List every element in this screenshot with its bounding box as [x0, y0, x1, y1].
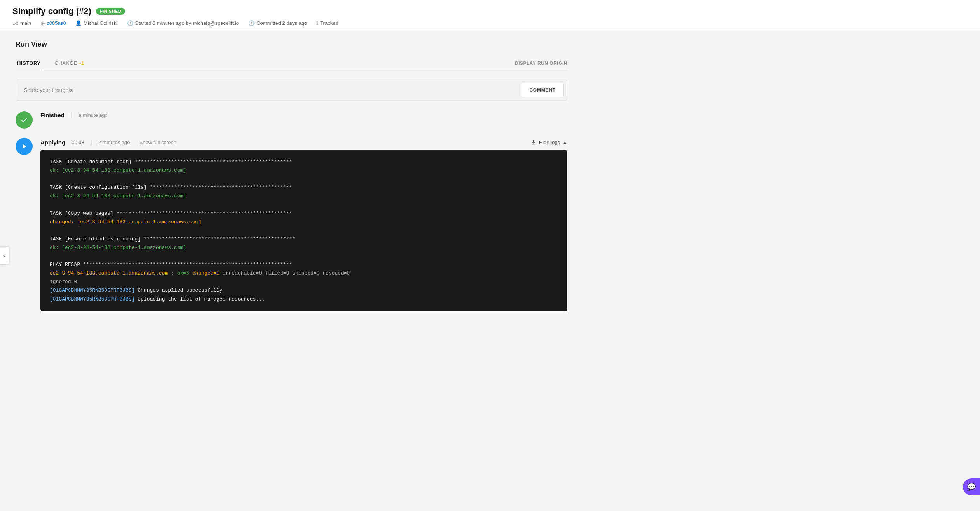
- log-line: TASK [Create configuration file] *******…: [50, 183, 558, 192]
- author-name: Michał Goliński: [84, 20, 117, 26]
- log-line: [50, 175, 558, 183]
- change-badge: ~1: [78, 60, 84, 66]
- log-terminal: TASK [Create document root] ************…: [40, 150, 567, 311]
- committed-text: Committed 2 days ago: [256, 20, 307, 26]
- branch-icon: ⎇: [12, 20, 18, 26]
- page-header: Simplify config (#2) FINISHED ⎇ main ◉ c…: [0, 0, 980, 31]
- finished-label: Finished: [40, 112, 65, 118]
- author-icon: 👤: [75, 20, 82, 26]
- started-text: Started 3 minutes ago by michalg@spaceli…: [135, 20, 239, 26]
- log-line: [50, 252, 558, 261]
- log-line: [50, 200, 558, 209]
- header-meta: ⎇ main ◉ c085aa0 👤 Michał Goliński 🕐 Sta…: [12, 20, 968, 31]
- commit-meta[interactable]: ◉ c085aa0: [40, 20, 66, 26]
- author-meta: 👤 Michał Goliński: [75, 20, 117, 26]
- log-line: TASK [Ensure httpd is running] *********…: [50, 235, 558, 243]
- log-line: ok: [ec2-3-94-54-183.compute-1.amazonaws…: [50, 192, 558, 200]
- chevron-up-icon: ▲: [562, 139, 567, 145]
- applying-duration: 00:38: [71, 139, 84, 145]
- commit-link[interactable]: c085aa0: [47, 20, 66, 26]
- clock-icon: 🕐: [127, 20, 133, 26]
- log-recap-line: ec2-3-94-54-183.compute-1.amazonaws.com …: [50, 269, 558, 278]
- display-run-origin-btn[interactable]: DISPLAY RUN ORIGIN: [515, 61, 567, 66]
- log-line: ok: [ec2-3-94-54-183.compute-1.amazonaws…: [50, 166, 558, 175]
- tab-change[interactable]: CHANGE~1: [53, 56, 86, 70]
- checkmark-icon: [20, 116, 28, 124]
- tabs-bar: HISTORY CHANGE~1 DISPLAY RUN ORIGIN: [16, 56, 567, 70]
- show-fullscreen-button[interactable]: Show full screen: [136, 138, 180, 147]
- committed-icon: 🕐: [248, 20, 255, 26]
- comment-box: COMMENT: [16, 80, 567, 101]
- log-line: ignored=0: [50, 278, 558, 286]
- log-line: TASK [Copy web pages] ******************…: [50, 209, 558, 218]
- applying-header: Applying 00:38 | 2 minutes ago Show full…: [40, 138, 567, 147]
- finished-icon: [16, 111, 33, 129]
- header-top: Simplify config (#2) FINISHED: [12, 6, 968, 16]
- applying-time: 2 minutes ago: [98, 139, 130, 145]
- finished-header: Finished | a minute ago: [40, 111, 567, 118]
- finished-content: Finished | a minute ago: [40, 111, 567, 122]
- comment-input[interactable]: [16, 80, 518, 100]
- hide-logs-button[interactable]: Hide logs ▲: [530, 139, 567, 146]
- sidebar-toggle-button[interactable]: ‹: [0, 246, 9, 265]
- tracked-meta: ℹ Tracked: [316, 20, 338, 26]
- log-line: PLAY RECAP *****************************…: [50, 261, 558, 269]
- tracked-text: Tracked: [320, 20, 338, 26]
- log-line: TASK [Create document root] ************…: [50, 158, 558, 166]
- tab-history[interactable]: HISTORY: [16, 56, 42, 70]
- branch-name: main: [20, 20, 31, 26]
- page-title: Simplify config (#2): [12, 6, 91, 16]
- log-line: [01GAPCBNNWY35RNB5D0PRF3JBS] Changes app…: [50, 286, 558, 295]
- download-icon: [530, 139, 537, 146]
- finished-time: a minute ago: [78, 112, 108, 118]
- main-content: Run View HISTORY CHANGE~1 DISPLAY RUN OR…: [0, 31, 583, 330]
- log-line: [01GAPCBNNWY35RNB5D0PRF3JBS] Uploading t…: [50, 295, 558, 304]
- timeline-item-applying: Applying 00:38 | 2 minutes ago Show full…: [16, 138, 567, 311]
- comment-button[interactable]: COMMENT: [521, 83, 564, 97]
- applying-content: Applying 00:38 | 2 minutes ago Show full…: [40, 138, 567, 311]
- applying-label: Applying: [40, 139, 65, 146]
- log-line: changed: [ec2-3-94-54-183.compute-1.amaz…: [50, 218, 558, 226]
- play-icon: [20, 143, 28, 150]
- run-view-title: Run View: [16, 40, 567, 49]
- timeline-item-finished: Finished | a minute ago: [16, 111, 567, 129]
- commit-icon: ◉: [40, 20, 45, 26]
- applying-icon: [16, 138, 33, 155]
- committed-meta: 🕐 Committed 2 days ago: [248, 20, 307, 26]
- status-badge: FINISHED: [96, 8, 125, 15]
- started-meta: 🕐 Started 3 minutes ago by michalg@space…: [127, 20, 239, 26]
- log-line: ok: [ec2-3-94-54-183.compute-1.amazonaws…: [50, 243, 558, 252]
- log-line: [50, 226, 558, 235]
- tracked-icon: ℹ: [316, 20, 318, 26]
- branch-meta: ⎇ main: [12, 20, 31, 26]
